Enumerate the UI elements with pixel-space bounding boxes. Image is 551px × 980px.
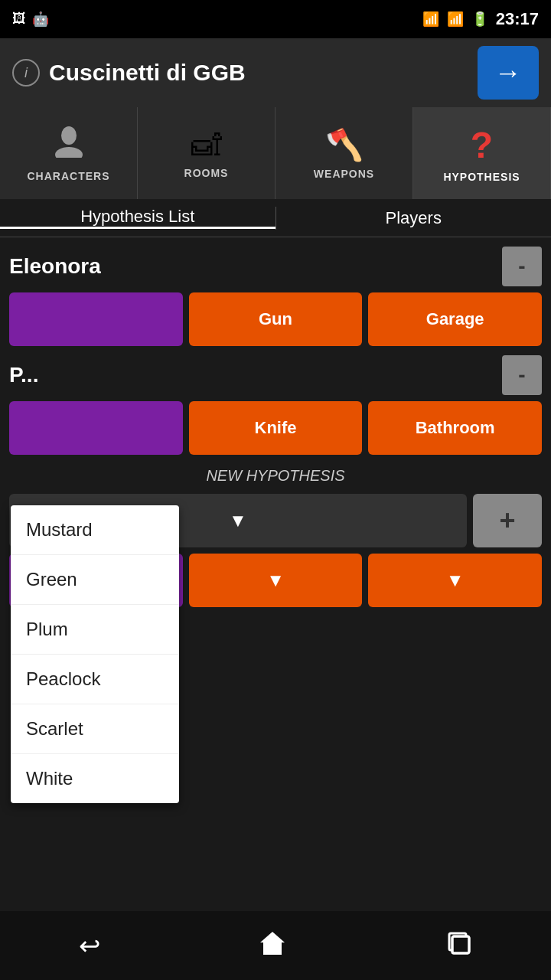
battery-icon: 🔋 <box>471 11 488 28</box>
hyp-1-minus-button[interactable]: - <box>502 247 542 286</box>
bottom-room-arrow-icon: ▼ <box>446 570 465 591</box>
tab-hypothesis[interactable]: ? HYPOTHESIS <box>413 107 551 199</box>
hypothesis-icon: ? <box>471 124 493 166</box>
home-button[interactable] <box>259 929 286 962</box>
sub-header: Hypothesis List Players <box>0 199 551 237</box>
tab-characters-label: CHARACTERS <box>28 170 110 182</box>
character-dropdown-menu: Mustard Green Plum Peaclock Scarlet Whit… <box>11 505 179 803</box>
svg-point-0 <box>61 126 77 145</box>
arrow-right-icon: → <box>494 57 522 89</box>
hyp-1-name: Eleonora <box>9 254 101 279</box>
next-button[interactable]: → <box>478 46 539 100</box>
dropdown-item-peaclock[interactable]: Peaclock <box>11 655 179 704</box>
tab-rooms[interactable]: 🛋 ROOMS <box>138 107 276 199</box>
hypothesis-row-1: Eleonora - Gun Garage <box>9 247 542 346</box>
dropdown-arrow-icon: ▼ <box>229 510 247 531</box>
hyp-1-weapon-card[interactable]: Gun <box>189 292 363 346</box>
hyp-2-room-card[interactable]: Bathroom <box>368 401 542 455</box>
recent-apps-button[interactable] <box>445 929 472 962</box>
app-title: Cuscinetti di GGB <box>49 60 246 86</box>
add-hypothesis-button[interactable]: + <box>473 494 542 547</box>
bottom-weapon-arrow-icon: ▼ <box>266 570 285 591</box>
dropdown-item-mustard[interactable]: Mustard <box>11 505 179 555</box>
back-button[interactable]: ↩ <box>79 930 100 961</box>
bottom-weapon-dropdown[interactable]: ▼ <box>189 554 363 607</box>
hyp-2-minus-button[interactable]: - <box>502 355 542 395</box>
tab-hypothesis-label: HYPOTHESIS <box>443 171 520 183</box>
rooms-icon: 🛋 <box>191 128 222 162</box>
bottom-nav: ↩ <box>0 911 551 980</box>
svg-point-1 <box>55 147 83 158</box>
dropdown-item-plum[interactable]: Plum <box>11 605 179 655</box>
hyp-2-name: P... <box>9 363 38 387</box>
svg-marker-2 <box>260 932 285 955</box>
android-icon: 🤖 <box>32 11 49 28</box>
tab-rooms-label: ROOMS <box>184 167 229 179</box>
wifi-icon: 📶 <box>422 11 439 28</box>
svg-rect-4 <box>452 936 469 953</box>
main-content: Eleonora - Gun Garage P... - Knife <box>0 237 551 616</box>
info-button[interactable]: i <box>12 59 40 87</box>
hyp-2-weapon-card[interactable]: Knife <box>189 401 363 455</box>
weapons-icon: 🪓 <box>325 127 364 163</box>
bottom-room-dropdown[interactable]: ▼ <box>368 554 542 607</box>
app-bar: i Cuscinetti di GGB → <box>0 38 551 107</box>
dropdown-item-green[interactable]: Green <box>11 555 179 605</box>
characters-icon <box>52 124 86 165</box>
dropdown-item-scarlet[interactable]: Scarlet <box>11 704 179 754</box>
tab-weapons-label: WEAPONS <box>314 168 374 180</box>
dropdown-item-white[interactable]: White <box>11 754 179 803</box>
photo-icon: 🖼 <box>12 11 26 28</box>
tab-weapons[interactable]: 🪓 WEAPONS <box>276 107 413 199</box>
sub-tab-players[interactable]: Players <box>276 208 552 228</box>
tab-characters[interactable]: CHARACTERS <box>0 107 138 199</box>
hypothesis-row-2: P... - Knife Bathroom <box>9 355 542 455</box>
hyp-1-character-card[interactable] <box>9 292 183 346</box>
clock: 23:17 <box>496 9 539 29</box>
status-bar: 🖼 🤖 📶 📶 🔋 23:17 <box>0 0 551 38</box>
new-hypothesis-label: NEW HYPOTHESIS <box>9 467 542 485</box>
sub-tab-hypothesis-list[interactable]: Hypothesis List <box>0 207 276 229</box>
hyp-2-character-card[interactable] <box>9 401 183 455</box>
hyp-1-room-card[interactable]: Garage <box>368 292 542 346</box>
signal-icon: 📶 <box>447 11 464 28</box>
tab-bar: CHARACTERS 🛋 ROOMS 🪓 WEAPONS ? HYPOTHESI… <box>0 107 551 199</box>
